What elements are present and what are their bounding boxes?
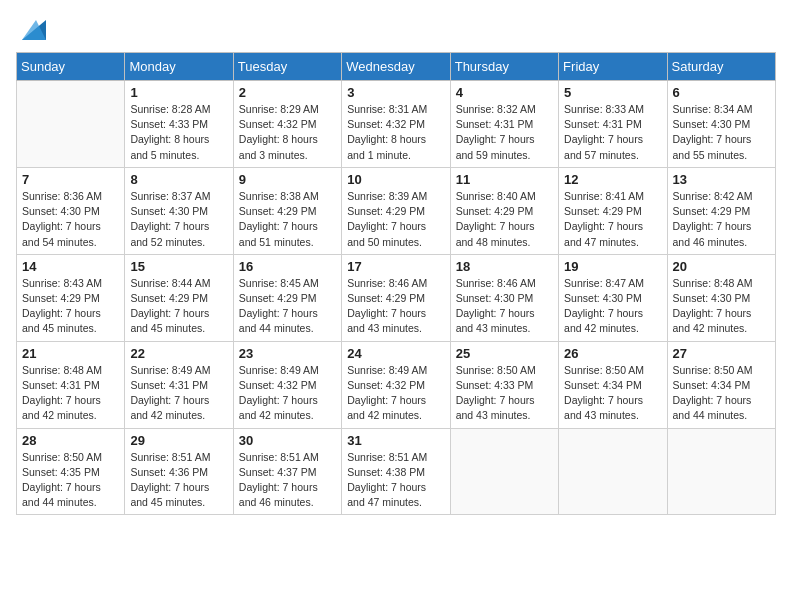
calendar-cell: 19Sunrise: 8:47 AM Sunset: 4:30 PM Dayli… [559,254,667,341]
calendar-cell: 9Sunrise: 8:38 AM Sunset: 4:29 PM Daylig… [233,167,341,254]
day-info: Sunrise: 8:41 AM Sunset: 4:29 PM Dayligh… [564,189,661,250]
calendar-cell: 21Sunrise: 8:48 AM Sunset: 4:31 PM Dayli… [17,341,125,428]
day-number: 5 [564,85,661,100]
weekday-header-wednesday: Wednesday [342,53,450,81]
day-info: Sunrise: 8:45 AM Sunset: 4:29 PM Dayligh… [239,276,336,337]
day-info: Sunrise: 8:51 AM Sunset: 4:36 PM Dayligh… [130,450,227,511]
logo [16,16,46,44]
calendar-week-row: 1Sunrise: 8:28 AM Sunset: 4:33 PM Daylig… [17,81,776,168]
day-info: Sunrise: 8:51 AM Sunset: 4:38 PM Dayligh… [347,450,444,511]
day-info: Sunrise: 8:50 AM Sunset: 4:35 PM Dayligh… [22,450,119,511]
day-info: Sunrise: 8:50 AM Sunset: 4:33 PM Dayligh… [456,363,553,424]
day-info: Sunrise: 8:39 AM Sunset: 4:29 PM Dayligh… [347,189,444,250]
day-info: Sunrise: 8:50 AM Sunset: 4:34 PM Dayligh… [564,363,661,424]
day-number: 18 [456,259,553,274]
calendar-cell: 18Sunrise: 8:46 AM Sunset: 4:30 PM Dayli… [450,254,558,341]
calendar-cell: 11Sunrise: 8:40 AM Sunset: 4:29 PM Dayli… [450,167,558,254]
day-number: 1 [130,85,227,100]
day-info: Sunrise: 8:43 AM Sunset: 4:29 PM Dayligh… [22,276,119,337]
calendar-cell [559,428,667,515]
calendar-cell: 23Sunrise: 8:49 AM Sunset: 4:32 PM Dayli… [233,341,341,428]
weekday-header-monday: Monday [125,53,233,81]
calendar-table: SundayMondayTuesdayWednesdayThursdayFrid… [16,52,776,515]
day-number: 21 [22,346,119,361]
day-number: 29 [130,433,227,448]
calendar-cell: 1Sunrise: 8:28 AM Sunset: 4:33 PM Daylig… [125,81,233,168]
calendar-cell: 17Sunrise: 8:46 AM Sunset: 4:29 PM Dayli… [342,254,450,341]
calendar-cell: 15Sunrise: 8:44 AM Sunset: 4:29 PM Dayli… [125,254,233,341]
calendar-cell: 2Sunrise: 8:29 AM Sunset: 4:32 PM Daylig… [233,81,341,168]
logo-icon [18,16,46,44]
calendar-cell: 5Sunrise: 8:33 AM Sunset: 4:31 PM Daylig… [559,81,667,168]
day-number: 30 [239,433,336,448]
day-number: 28 [22,433,119,448]
calendar-cell: 3Sunrise: 8:31 AM Sunset: 4:32 PM Daylig… [342,81,450,168]
calendar-cell [17,81,125,168]
day-number: 24 [347,346,444,361]
calendar-cell: 10Sunrise: 8:39 AM Sunset: 4:29 PM Dayli… [342,167,450,254]
day-number: 7 [22,172,119,187]
page-header [16,16,776,44]
day-info: Sunrise: 8:49 AM Sunset: 4:32 PM Dayligh… [239,363,336,424]
day-info: Sunrise: 8:46 AM Sunset: 4:29 PM Dayligh… [347,276,444,337]
day-info: Sunrise: 8:48 AM Sunset: 4:30 PM Dayligh… [673,276,770,337]
weekday-header-row: SundayMondayTuesdayWednesdayThursdayFrid… [17,53,776,81]
calendar-cell: 22Sunrise: 8:49 AM Sunset: 4:31 PM Dayli… [125,341,233,428]
day-info: Sunrise: 8:42 AM Sunset: 4:29 PM Dayligh… [673,189,770,250]
day-info: Sunrise: 8:40 AM Sunset: 4:29 PM Dayligh… [456,189,553,250]
weekday-header-tuesday: Tuesday [233,53,341,81]
calendar-cell: 30Sunrise: 8:51 AM Sunset: 4:37 PM Dayli… [233,428,341,515]
calendar-cell: 29Sunrise: 8:51 AM Sunset: 4:36 PM Dayli… [125,428,233,515]
calendar-week-row: 14Sunrise: 8:43 AM Sunset: 4:29 PM Dayli… [17,254,776,341]
weekday-header-saturday: Saturday [667,53,775,81]
calendar-cell: 31Sunrise: 8:51 AM Sunset: 4:38 PM Dayli… [342,428,450,515]
day-number: 17 [347,259,444,274]
day-info: Sunrise: 8:44 AM Sunset: 4:29 PM Dayligh… [130,276,227,337]
day-info: Sunrise: 8:49 AM Sunset: 4:32 PM Dayligh… [347,363,444,424]
calendar-cell: 26Sunrise: 8:50 AM Sunset: 4:34 PM Dayli… [559,341,667,428]
day-number: 16 [239,259,336,274]
day-number: 26 [564,346,661,361]
day-info: Sunrise: 8:32 AM Sunset: 4:31 PM Dayligh… [456,102,553,163]
day-number: 15 [130,259,227,274]
day-info: Sunrise: 8:31 AM Sunset: 4:32 PM Dayligh… [347,102,444,163]
day-number: 31 [347,433,444,448]
calendar-week-row: 21Sunrise: 8:48 AM Sunset: 4:31 PM Dayli… [17,341,776,428]
day-number: 4 [456,85,553,100]
day-number: 8 [130,172,227,187]
day-number: 22 [130,346,227,361]
day-info: Sunrise: 8:33 AM Sunset: 4:31 PM Dayligh… [564,102,661,163]
day-number: 2 [239,85,336,100]
calendar-cell: 25Sunrise: 8:50 AM Sunset: 4:33 PM Dayli… [450,341,558,428]
calendar-cell: 4Sunrise: 8:32 AM Sunset: 4:31 PM Daylig… [450,81,558,168]
day-number: 3 [347,85,444,100]
day-info: Sunrise: 8:49 AM Sunset: 4:31 PM Dayligh… [130,363,227,424]
calendar-week-row: 7Sunrise: 8:36 AM Sunset: 4:30 PM Daylig… [17,167,776,254]
calendar-cell: 27Sunrise: 8:50 AM Sunset: 4:34 PM Dayli… [667,341,775,428]
day-number: 12 [564,172,661,187]
day-info: Sunrise: 8:36 AM Sunset: 4:30 PM Dayligh… [22,189,119,250]
day-info: Sunrise: 8:37 AM Sunset: 4:30 PM Dayligh… [130,189,227,250]
day-number: 23 [239,346,336,361]
weekday-header-friday: Friday [559,53,667,81]
day-info: Sunrise: 8:50 AM Sunset: 4:34 PM Dayligh… [673,363,770,424]
day-info: Sunrise: 8:34 AM Sunset: 4:30 PM Dayligh… [673,102,770,163]
day-info: Sunrise: 8:48 AM Sunset: 4:31 PM Dayligh… [22,363,119,424]
calendar-cell: 14Sunrise: 8:43 AM Sunset: 4:29 PM Dayli… [17,254,125,341]
calendar-cell: 20Sunrise: 8:48 AM Sunset: 4:30 PM Dayli… [667,254,775,341]
day-info: Sunrise: 8:46 AM Sunset: 4:30 PM Dayligh… [456,276,553,337]
calendar-cell: 12Sunrise: 8:41 AM Sunset: 4:29 PM Dayli… [559,167,667,254]
day-info: Sunrise: 8:51 AM Sunset: 4:37 PM Dayligh… [239,450,336,511]
day-info: Sunrise: 8:28 AM Sunset: 4:33 PM Dayligh… [130,102,227,163]
weekday-header-sunday: Sunday [17,53,125,81]
day-number: 14 [22,259,119,274]
calendar-cell [450,428,558,515]
calendar-cell: 16Sunrise: 8:45 AM Sunset: 4:29 PM Dayli… [233,254,341,341]
day-number: 11 [456,172,553,187]
day-number: 20 [673,259,770,274]
day-number: 6 [673,85,770,100]
day-number: 13 [673,172,770,187]
calendar-cell: 6Sunrise: 8:34 AM Sunset: 4:30 PM Daylig… [667,81,775,168]
calendar-cell: 13Sunrise: 8:42 AM Sunset: 4:29 PM Dayli… [667,167,775,254]
calendar-cell: 28Sunrise: 8:50 AM Sunset: 4:35 PM Dayli… [17,428,125,515]
